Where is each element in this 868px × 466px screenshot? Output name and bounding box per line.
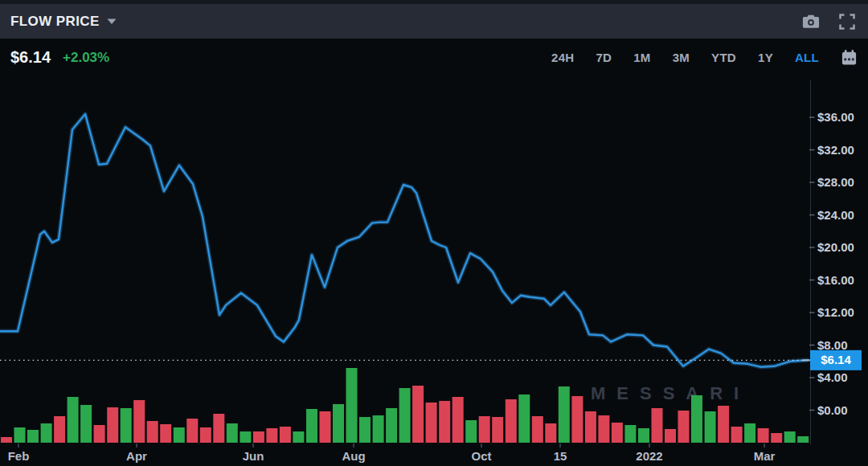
volume-bar (14, 427, 26, 443)
volume-bar (333, 404, 344, 443)
volume-bar (492, 417, 503, 443)
x-axis-label: 2022 (636, 449, 662, 463)
y-axis-label: $16.00 (817, 273, 854, 287)
volume-bar (518, 394, 530, 443)
current-price-badge-label: $6.14 (821, 353, 851, 366)
volume-bar (346, 368, 358, 443)
volume-bar (638, 428, 649, 443)
volume-bar (439, 401, 450, 443)
widget-header: FLOW PRICE (0, 0, 868, 39)
x-axis-label: Aug (342, 449, 365, 463)
range-button-7d[interactable]: 7D (596, 51, 612, 64)
calendar-button[interactable] (841, 49, 858, 66)
volume-bar (266, 428, 277, 443)
price-line-glow (0, 114, 808, 367)
volume-bar (320, 411, 331, 443)
messari-watermark: MESSARI (591, 383, 750, 403)
y-axis-label: $8.00 (817, 338, 848, 352)
volume-bar (506, 399, 517, 443)
y-axis-label: $24.00 (817, 208, 854, 222)
volume-bar (771, 433, 782, 443)
range-button-all[interactable]: ALL (795, 51, 819, 64)
x-axis-label: Feb (8, 449, 30, 463)
volume-bar (691, 395, 702, 443)
volume-bar (306, 409, 317, 443)
volume-bar (731, 427, 743, 443)
price-change-text: +2.03% (63, 50, 109, 66)
y-axis-label: $0.00 (817, 403, 848, 417)
volume-bar (174, 427, 185, 443)
volume-bar (386, 408, 397, 443)
volume-bar (213, 414, 224, 443)
y-axis-label: $36.00 (817, 110, 854, 124)
y-axis-label: $4.00 (817, 370, 848, 384)
volume-bar (718, 406, 729, 443)
volume-bar (452, 397, 464, 443)
volume-bar (705, 411, 716, 443)
volume-bar (280, 427, 291, 443)
calendar-icon (841, 49, 858, 66)
volume-bar (426, 403, 437, 443)
volume-bar (94, 425, 105, 443)
price-line (0, 114, 808, 367)
current-price-text: $6.14 (10, 48, 51, 67)
volume-bar (797, 436, 809, 443)
volume-bar (585, 411, 596, 443)
volume-bar (571, 396, 583, 443)
volume-bar (186, 419, 198, 443)
volume-bar (133, 400, 145, 443)
volume-bar (532, 416, 543, 443)
volume-bar (559, 386, 570, 443)
volume-bar (652, 408, 663, 443)
range-row: 24H7D1M3MYTD1YALL (551, 49, 858, 66)
x-axis-label: 15 (554, 449, 567, 463)
volume-bar (160, 424, 171, 443)
volume-bar (465, 420, 477, 443)
volume-bar (1, 437, 12, 443)
volume-bar (373, 415, 384, 443)
fullscreen-button[interactable] (839, 14, 855, 30)
volume-bar (227, 423, 238, 443)
volume-bar (665, 429, 676, 443)
volume-bar (545, 423, 556, 443)
volume-bar (758, 428, 769, 443)
volume-bar (412, 386, 424, 443)
page-title: FLOW PRICE (10, 14, 100, 30)
volume-bar (200, 427, 211, 443)
volume-bar (479, 416, 490, 443)
volume-bar (41, 423, 52, 443)
volume-bar (399, 388, 411, 443)
volume-bar (678, 411, 690, 443)
y-axis-label: $32.00 (817, 143, 854, 157)
volume-bar (54, 416, 65, 443)
volume-bar (27, 430, 39, 443)
volume-bar (80, 405, 92, 443)
range-button-3m[interactable]: 3M (673, 51, 690, 64)
range-button-24h[interactable]: 24H (551, 51, 574, 64)
camera-icon (802, 14, 820, 29)
x-axis-label: Mar (754, 449, 776, 463)
volume-bar (293, 431, 304, 443)
y-axis-label: $20.00 (817, 240, 854, 254)
camera-button[interactable] (802, 14, 820, 29)
x-axis-label: Apr (126, 449, 147, 463)
volume-bar (253, 431, 264, 443)
volume-bar (624, 425, 636, 443)
volume-bar (612, 423, 623, 443)
volume-bar (121, 408, 132, 443)
range-button-ytd[interactable]: YTD (711, 51, 736, 64)
volume-bar (107, 407, 118, 443)
volume-bar (744, 423, 755, 443)
fullscreen-icon (839, 14, 855, 30)
x-axis-label: Jun (243, 449, 264, 463)
metric-dropdown[interactable]: FLOW PRICE (10, 14, 117, 30)
range-button-1m[interactable]: 1M (633, 51, 650, 64)
price-row: $6.14 +2.03% 24H7D1M3MYTD1YALL (0, 39, 868, 76)
y-axis-label: $12.00 (817, 305, 854, 319)
volume-bar (784, 431, 796, 443)
volume-bar (598, 415, 609, 443)
chevron-down-icon (107, 18, 117, 25)
range-button-1y[interactable]: 1Y (758, 51, 773, 64)
flow-price-widget: $36.00$32.00$28.00$24.00$20.00$16.00$12.… (0, 0, 868, 466)
volume-bar (359, 417, 371, 443)
